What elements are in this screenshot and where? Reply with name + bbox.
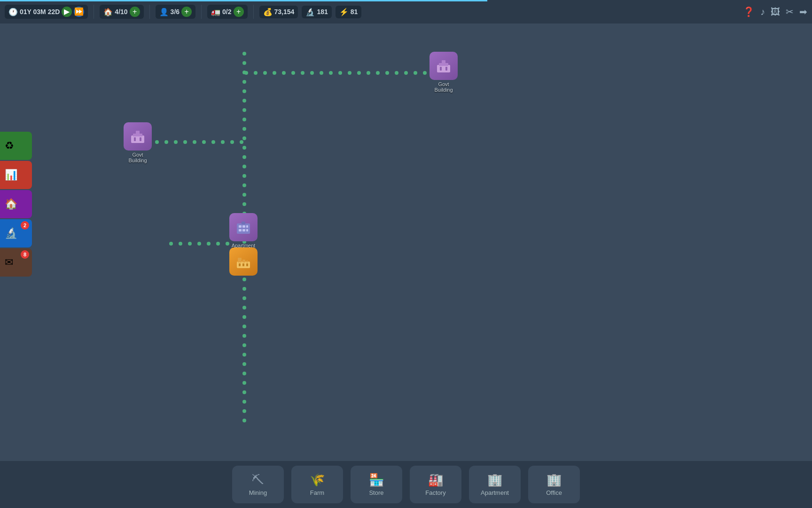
- svg-rect-21: [246, 261, 248, 262]
- building-factory[interactable]: [229, 247, 258, 277]
- top-right-icons: ❓ ♪ 🖼 ✂ ➡: [743, 6, 807, 17]
- factory-icon: [229, 247, 258, 276]
- building-apartment[interactable]: Apartment: [229, 213, 258, 248]
- build-apartment[interactable]: 🏢 Apartment: [469, 466, 521, 503]
- path-dot: [242, 127, 246, 131]
- image-icon[interactable]: 🖼: [771, 7, 780, 17]
- path-dot: [242, 99, 246, 103]
- path-dot: [254, 71, 258, 75]
- govt-building-label-1: GovtBuilding: [434, 81, 453, 93]
- path-dot: [329, 71, 333, 75]
- path-dot: [226, 242, 229, 246]
- svg-rect-17: [242, 222, 245, 224]
- build-store[interactable]: 🏪 Store: [351, 466, 402, 503]
- music-icon[interactable]: ♪: [760, 7, 765, 17]
- svg-rect-0: [437, 65, 450, 72]
- fast-forward-button[interactable]: ⏩: [74, 7, 84, 17]
- factory-bottom-icon: 🏭: [428, 473, 443, 487]
- exit-icon[interactable]: ➡: [799, 6, 807, 17]
- separator3: [201, 5, 202, 19]
- bottom-bar: ⛏ Mining 🌾 Farm 🏪 Store 🏭 Factory 🏢 Apar…: [0, 461, 812, 508]
- path-dot: [242, 174, 246, 178]
- path-dot: [367, 71, 370, 75]
- path-dot: [211, 140, 215, 144]
- clock-icon: 🕐: [8, 8, 18, 16]
- path-dot: [207, 242, 211, 246]
- play-button[interactable]: ▶: [62, 7, 72, 17]
- scissors-icon[interactable]: ✂: [786, 6, 794, 17]
- path-dot: [242, 193, 246, 197]
- svg-rect-8: [134, 137, 136, 141]
- build-factory[interactable]: 🏭 Factory: [410, 466, 461, 503]
- build-office[interactable]: 🏢 Office: [528, 466, 580, 503]
- tab-housing[interactable]: 🏠: [0, 190, 32, 218]
- science-badge: 2: [21, 221, 29, 230]
- mining-icon: ⛏: [252, 473, 264, 487]
- path-dot: [221, 140, 225, 144]
- add-truck-button[interactable]: +: [234, 7, 244, 17]
- svg-rect-23: [242, 263, 244, 266]
- path-dot: [242, 409, 246, 413]
- build-farm[interactable]: 🌾 Farm: [291, 466, 343, 503]
- svg-rect-3: [440, 67, 442, 71]
- path-dot: [169, 242, 173, 246]
- office-icon: 🏢: [547, 473, 562, 487]
- path-dot: [242, 155, 246, 159]
- path-dot: [242, 334, 246, 338]
- add-person-button[interactable]: +: [181, 7, 192, 17]
- house-icon: 🏠: [103, 8, 113, 16]
- path-dot: [242, 183, 246, 187]
- tab-science[interactable]: 🔬 2: [0, 219, 32, 247]
- path-dot: [242, 296, 246, 300]
- path-dot: [291, 71, 295, 75]
- path-dot: [188, 242, 192, 246]
- path-dot: [242, 400, 246, 404]
- govt-building-icon-2: [124, 122, 152, 151]
- path-dot: [242, 315, 246, 319]
- path-dot: [310, 71, 314, 75]
- path-dot: [242, 390, 246, 394]
- path-dot: [376, 71, 380, 75]
- map-area[interactable]: (function() { const mapArea = document.g…: [0, 24, 812, 508]
- money-icon: 💰: [263, 8, 273, 16]
- housing-icon: 🏠: [5, 198, 17, 210]
- svg-rect-5: [131, 135, 144, 143]
- tab-stats[interactable]: 📊: [0, 161, 32, 189]
- svg-rect-2: [442, 60, 445, 64]
- tab-recycle[interactable]: ♻: [0, 132, 32, 160]
- path-dot: [348, 71, 351, 75]
- path-dot: [202, 140, 206, 144]
- path-dot: [423, 71, 427, 75]
- path-dot: [242, 202, 246, 206]
- path-dot: [242, 419, 246, 422]
- science-display: 🔬 181: [302, 6, 331, 18]
- houses-display: 🏠 4/10 +: [100, 5, 143, 19]
- path-dot: [155, 140, 159, 144]
- add-house-button[interactable]: +: [130, 7, 140, 17]
- building-govt2[interactable]: GovtBuilding: [124, 122, 152, 163]
- path-dot: [357, 71, 361, 75]
- population-display: 👤 3/6 +: [156, 5, 195, 19]
- path-dot: [242, 108, 246, 112]
- path-dot: [197, 242, 201, 246]
- path-dot: [164, 140, 168, 144]
- apartment-bottom-icon: 🏢: [487, 473, 502, 487]
- svg-rect-4: [445, 67, 447, 71]
- building-govt1[interactable]: GovtBuilding: [429, 52, 458, 93]
- flask-icon: 🔬: [305, 8, 315, 16]
- separator2: [149, 5, 150, 19]
- path-dot: [263, 71, 267, 75]
- path-dot: [242, 80, 246, 84]
- path-dot: [385, 71, 389, 75]
- time-display: 🕐 01Y 03M 22D ▶ ⏩: [5, 5, 88, 19]
- office-label: Office: [546, 489, 562, 496]
- help-icon[interactable]: ❓: [743, 6, 755, 17]
- tab-mail[interactable]: ✉ 8: [0, 248, 32, 277]
- build-mining[interactable]: ⛏ Mining: [232, 466, 284, 503]
- svg-rect-22: [239, 263, 241, 266]
- person-icon: 👤: [159, 8, 169, 16]
- path-dot: [414, 71, 417, 75]
- svg-rect-12: [242, 225, 245, 228]
- svg-rect-16: [246, 229, 248, 231]
- svg-rect-7: [136, 131, 140, 135]
